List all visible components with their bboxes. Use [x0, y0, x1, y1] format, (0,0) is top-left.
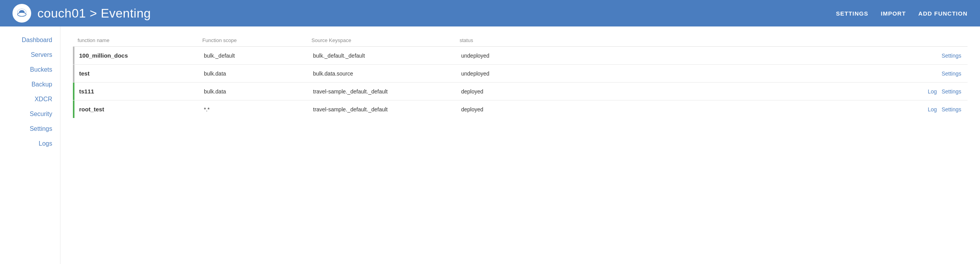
logo-icon: [12, 4, 31, 23]
svg-point-3: [18, 12, 26, 16]
sidebar-item-settings[interactable]: Settings: [0, 121, 60, 136]
sidebar-item-security[interactable]: Security: [0, 107, 60, 121]
col-status: status: [460, 37, 538, 43]
function-name: root_test: [73, 106, 198, 113]
col-function-name: function name: [78, 37, 202, 43]
col-actions: [538, 37, 968, 43]
function-scope: bulk._default: [198, 53, 307, 59]
sidebar-item-dashboard[interactable]: Dashboard: [0, 33, 60, 48]
status-badge: undeployed: [455, 53, 533, 59]
table-row: test bulk.data bulk.data.source undeploy…: [73, 65, 968, 83]
log-link[interactable]: Log: [928, 106, 937, 113]
status-badge: deployed: [455, 106, 533, 113]
function-scope: bulk.data: [198, 70, 307, 77]
row-border-indicator: [73, 100, 74, 118]
source-keyspace: bulk._default._default: [307, 53, 455, 59]
settings-link[interactable]: Settings: [941, 106, 961, 113]
nav-settings[interactable]: SETTINGS: [836, 10, 868, 17]
header: couch01 > Eventing SETTINGS IMPORT ADD F…: [0, 0, 980, 26]
settings-link[interactable]: Settings: [941, 88, 961, 95]
row-border-indicator: [73, 83, 74, 100]
row-actions: Settings: [533, 53, 968, 59]
row-border-indicator: [73, 47, 74, 64]
col-function-scope: Function scope: [202, 37, 311, 43]
status-badge: undeployed: [455, 70, 533, 77]
function-name: ts111: [73, 88, 198, 95]
sidebar-item-servers[interactable]: Servers: [0, 48, 60, 62]
status-badge: deployed: [455, 88, 533, 95]
source-keyspace: travel-sample._default._default: [307, 106, 455, 113]
source-keyspace: bulk.data.source: [307, 70, 455, 77]
function-name: 100_million_docs: [73, 52, 198, 59]
row-actions: Log Settings: [533, 106, 968, 113]
table-header: function name Function scope Source Keys…: [73, 34, 968, 47]
nav-import[interactable]: IMPORT: [881, 10, 906, 17]
sidebar-item-buckets[interactable]: Buckets: [0, 62, 60, 77]
table-row: 100_million_docs bulk._default bulk._def…: [73, 47, 968, 65]
row-actions: Settings: [533, 70, 968, 77]
sidebar: Dashboard Servers Buckets Backup XDCR Se…: [0, 26, 60, 264]
settings-link[interactable]: Settings: [941, 70, 961, 77]
main-content: function name Function scope Source Keys…: [60, 26, 980, 264]
header-left: couch01 > Eventing: [12, 4, 151, 23]
functions-table: function name Function scope Source Keys…: [73, 34, 968, 118]
function-scope: bulk.data: [198, 88, 307, 95]
col-source-keyspace: Source Keyspace: [311, 37, 460, 43]
sidebar-item-backup[interactable]: Backup: [0, 77, 60, 92]
function-scope: *.*: [198, 106, 307, 113]
table-row: root_test *.* travel-sample._default._de…: [73, 100, 968, 118]
row-actions: Log Settings: [533, 88, 968, 95]
table-row: ts111 bulk.data travel-sample._default._…: [73, 83, 968, 100]
nav-add-function[interactable]: ADD FUNCTION: [918, 10, 968, 17]
row-border-indicator: [73, 65, 74, 82]
function-name: test: [73, 70, 198, 77]
sidebar-item-xdcr[interactable]: XDCR: [0, 92, 60, 107]
sidebar-item-logs[interactable]: Logs: [0, 136, 60, 151]
layout: Dashboard Servers Buckets Backup XDCR Se…: [0, 26, 980, 264]
page-title: couch01 > Eventing: [37, 6, 151, 21]
log-link[interactable]: Log: [928, 88, 937, 95]
header-nav: SETTINGS IMPORT ADD FUNCTION: [836, 10, 968, 17]
source-keyspace: travel-sample._default._default: [307, 88, 455, 95]
settings-link[interactable]: Settings: [941, 53, 961, 59]
